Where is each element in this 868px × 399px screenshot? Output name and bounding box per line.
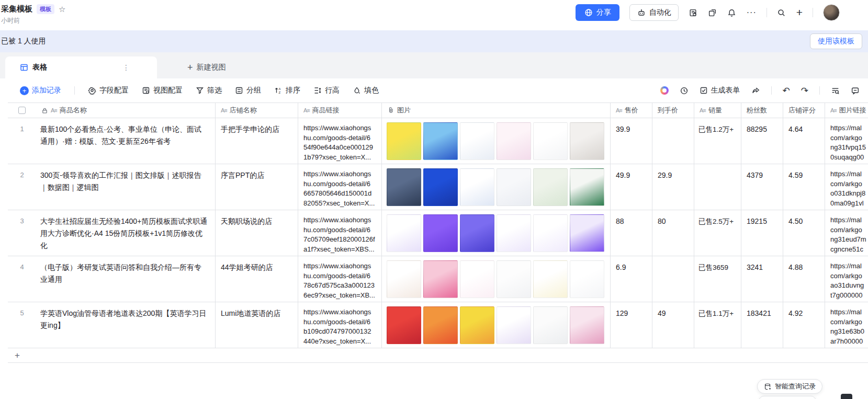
table-row[interactable]: 3 大学生社招应届生无经验1400+简历模板面试求职通用大方诊断优化·A4 15… [8, 210, 868, 256]
image-thumbnail[interactable] [460, 214, 494, 252]
generate-form-button[interactable]: 生成表单 [700, 86, 740, 95]
image-thumbnail[interactable] [533, 214, 568, 252]
cell-final-price[interactable]: 80 [652, 210, 694, 256]
cell-rating[interactable]: 4.50 [783, 210, 825, 256]
cell-rating[interactable]: 4.64 [783, 118, 825, 164]
cell-fans[interactable]: 4379 [741, 164, 783, 210]
cell-images[interactable] [382, 164, 611, 210]
image-thumbnail[interactable] [533, 168, 568, 206]
cell-product-link[interactable]: https://www.xiaohongs hu.com/goods-detai… [298, 210, 382, 256]
image-thumbnail[interactable] [460, 260, 494, 298]
image-thumbnail[interactable] [460, 306, 494, 344]
add-record-button[interactable]: + 添加记录 [20, 86, 61, 95]
tab-grid-view[interactable]: 表格 ⋮ [5, 56, 157, 78]
cell-product-link[interactable]: https://www.xiaohongs hu.com/goods-detai… [298, 164, 382, 210]
ai-assistant-icon[interactable] [660, 86, 669, 95]
select-all-cell[interactable] [8, 103, 36, 118]
cell-fans[interactable]: 183421 [741, 302, 783, 348]
image-thumbnail[interactable] [570, 168, 604, 206]
cell-rating[interactable]: 4.88 [783, 256, 825, 302]
cell-sales[interactable]: 已售2.5万+ [694, 210, 741, 256]
filter-button[interactable]: 筛选 [196, 86, 222, 95]
cell-product-name[interactable]: 大学生社招应届生无经验1400+简历模板面试求职通用大方诊断优化·A4 15份简… [36, 210, 216, 256]
undo-icon[interactable]: ↶ [783, 85, 790, 96]
share-button[interactable]: 分享 [576, 4, 619, 21]
cell-shop-name[interactable]: Lumi地道英语的店 [216, 302, 298, 348]
cell-images[interactable] [382, 210, 611, 256]
image-thumbnail[interactable] [423, 260, 458, 298]
column-header-shop-name[interactable]: A≡ 店铺名称 [216, 103, 298, 118]
column-header-images[interactable]: 图片 [382, 103, 611, 118]
cell-shop-name[interactable]: 序言PPT的店 [216, 164, 298, 210]
use-template-button[interactable]: 使用该模板 [810, 33, 862, 49]
cell-product-name[interactable]: （电子版）考研复试英语问答和自我介绍—所有专业通用 [36, 256, 216, 302]
cell-image-link[interactable]: https://mal com/arkgo ng31e63b0 ar7h0000… [825, 302, 868, 348]
cell-final-price[interactable] [652, 256, 694, 302]
image-thumbnail[interactable] [533, 260, 568, 298]
table-row[interactable]: 1 最新100个必看热点·公考、事业单位（申论、面试通用）·赠：模版、范文·更新… [8, 118, 868, 164]
cell-fans[interactable]: 3241 [741, 256, 783, 302]
image-thumbnail[interactable] [570, 260, 604, 298]
image-thumbnail[interactable] [423, 214, 458, 252]
row-number-cell[interactable]: 5 [8, 302, 36, 348]
image-thumbnail[interactable] [533, 306, 568, 344]
cell-image-link[interactable]: https://mal com/arkgo ng31fvpq15 0suqaqg… [825, 118, 868, 164]
cell-shop-name[interactable]: 手把手学申论的店 [216, 118, 298, 164]
cell-images[interactable] [382, 256, 611, 302]
cell-price[interactable]: 6.9 [611, 256, 652, 302]
image-thumbnail[interactable] [570, 306, 604, 344]
form-lock-icon[interactable] [689, 8, 698, 17]
table-row[interactable]: 5 学英语Vlog油管母语者地道表达200期【英语学习日更ing】 Lumi地道… [8, 302, 868, 348]
user-avatar[interactable] [823, 4, 840, 21]
column-header-rating[interactable]: 店铺评分 [783, 103, 825, 118]
bell-icon[interactable] [727, 8, 737, 17]
cell-price[interactable]: 49.9 [611, 164, 652, 210]
column-header-sales[interactable]: A≡ 销量 [694, 103, 741, 118]
cell-product-link[interactable]: https://www.xiaohongs hu.com/goods-detai… [298, 256, 382, 302]
image-thumbnail[interactable] [497, 214, 531, 252]
add-row-button[interactable]: + [8, 348, 868, 363]
image-thumbnail[interactable] [460, 168, 494, 206]
cell-image-link[interactable]: https://mal com/arkgo ng31eud7m cgncne51… [825, 210, 868, 256]
image-thumbnail[interactable] [497, 168, 531, 206]
image-thumbnail[interactable] [570, 214, 604, 252]
image-thumbnail[interactable] [460, 122, 494, 160]
smart-query-button[interactable]: 智能查询记录 [757, 379, 822, 394]
column-header-price[interactable]: A≡ 售价 [611, 103, 652, 118]
row-number-cell[interactable]: 1 [8, 118, 36, 164]
fill-color-button[interactable]: 填色 [353, 86, 379, 95]
image-thumbnail[interactable] [497, 122, 531, 160]
find-records-icon[interactable] [831, 86, 840, 95]
cell-images[interactable] [382, 302, 611, 348]
image-thumbnail[interactable] [570, 122, 604, 160]
image-thumbnail[interactable] [423, 306, 458, 344]
cell-shop-name[interactable]: 天鹅职场说的店 [216, 210, 298, 256]
sort-button[interactable]: AZ 排序 [274, 86, 300, 95]
history-icon[interactable] [680, 86, 689, 95]
table-row[interactable]: 2 300页-领导喜欢的工作汇报｜图文排版｜述职报告｜数据图｜逻辑图 序言PPT… [8, 164, 868, 210]
cell-final-price[interactable] [652, 118, 694, 164]
cell-image-link[interactable]: https://mal com/arkgo ao31duvng t7g00000… [825, 256, 868, 302]
cell-sales[interactable]: 已售1.2万+ [694, 118, 741, 164]
more-icon[interactable]: ··· [747, 8, 757, 17]
column-header-final-price[interactable]: 到手价 [652, 103, 694, 118]
cell-product-link[interactable]: https://www.xiaohongs hu.com/goods-detai… [298, 118, 382, 164]
image-thumbnail[interactable] [387, 306, 421, 344]
image-thumbnail[interactable] [423, 122, 458, 160]
redo-icon[interactable]: ↷ [801, 85, 808, 96]
cell-fans[interactable]: 88295 [741, 118, 783, 164]
corner-widget-partial[interactable] [841, 394, 852, 399]
column-header-product-link[interactable]: A≡ 商品链接 [298, 103, 382, 118]
image-thumbnail[interactable] [387, 168, 421, 206]
cell-final-price[interactable]: 29.9 [652, 164, 694, 210]
star-icon[interactable]: ☆ [59, 5, 65, 14]
search-icon[interactable] [777, 8, 786, 17]
image-thumbnail[interactable] [387, 122, 421, 160]
image-thumbnail[interactable] [533, 122, 568, 160]
cell-price[interactable]: 129 [611, 302, 652, 348]
field-config-button[interactable]: 字段配置 [88, 86, 129, 95]
cell-rating[interactable]: 4.92 [783, 302, 825, 348]
automation-button[interactable]: 自动化 [629, 4, 679, 21]
new-doc-icon[interactable]: + [796, 8, 803, 17]
cell-shop-name[interactable]: 44学姐考研的店 [216, 256, 298, 302]
